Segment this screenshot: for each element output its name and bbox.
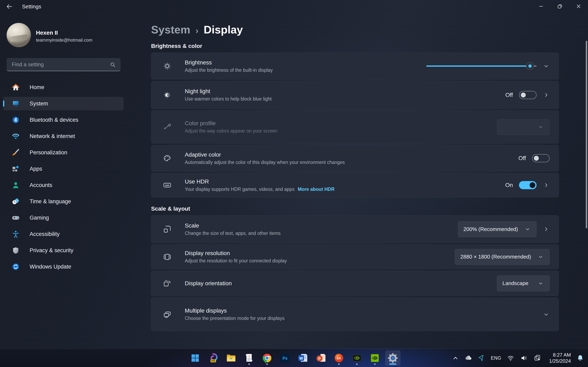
sidebar-item-system[interactable]: System — [3, 97, 123, 110]
hdr-icon: HDR — [162, 180, 172, 190]
time-language-icon — [11, 197, 20, 206]
adaptive-color-state: Off — [518, 155, 526, 161]
row-title: Color profile — [185, 120, 497, 127]
location-arrow-icon[interactable] — [478, 354, 485, 362]
close-icon — [576, 3, 581, 9]
gaming-icon — [11, 213, 20, 222]
color-profile-dropdown[interactable] — [497, 119, 550, 135]
svg-text:P: P — [318, 357, 320, 361]
accessibility-icon — [11, 230, 20, 239]
chevron-down-icon[interactable] — [543, 63, 550, 69]
night-light-row[interactable]: Night light Use warmer colors to help bl… — [151, 81, 559, 109]
breadcrumb-parent[interactable]: System — [151, 23, 190, 36]
system-icon — [11, 99, 20, 108]
sidebar-item-windows-update[interactable]: Windows Update — [3, 260, 123, 273]
multiple-displays-icon — [162, 309, 172, 319]
back-button[interactable] — [5, 2, 14, 11]
svg-text:A: A — [248, 355, 250, 358]
sidebar-item-label: Apps — [30, 166, 42, 172]
dropdown-value: 200% (Recommended) — [463, 226, 518, 233]
sidebar-item-apps[interactable]: Apps — [3, 162, 123, 175]
hdr-toggle[interactable] — [519, 181, 536, 189]
windows-start-icon — [190, 353, 200, 363]
sidebar-item-accounts[interactable]: Accounts — [3, 178, 123, 192]
sidebar-item-home[interactable]: Home — [3, 81, 123, 94]
search-input[interactable]: Find a setting — [7, 58, 121, 71]
apps-icon — [11, 164, 20, 173]
avatar[interactable] — [7, 23, 31, 47]
night-light-toggle[interactable] — [519, 91, 536, 99]
wifi-icon[interactable] — [507, 354, 515, 362]
row-title: Display orientation — [185, 280, 497, 287]
taskbar-file-explorer[interactable] — [224, 350, 239, 366]
chevron-down-icon[interactable] — [543, 311, 550, 318]
taskbar-ea-app[interactable]: EA — [331, 350, 346, 366]
premiere-elements-icon: PRE — [208, 353, 218, 363]
search-placeholder: Find a setting — [12, 61, 109, 68]
tray-chevron-up-icon[interactable] — [452, 355, 459, 361]
start-button[interactable] — [188, 350, 203, 366]
onedrive-icon[interactable] — [464, 354, 472, 362]
minimize-button[interactable] — [532, 0, 550, 13]
taskbar-photoshop[interactable]: Ps — [277, 350, 293, 366]
dropdown-value: Landscape — [502, 280, 528, 286]
taskbar-chrome[interactable] — [259, 350, 275, 366]
row-subtitle: Use warmer colors to help block blue lig… — [185, 96, 272, 102]
taskbar: PRE A Ps W P EA — [0, 349, 588, 367]
brightness-slider[interactable] — [426, 62, 536, 70]
svg-text:PRE: PRE — [211, 360, 216, 362]
hdr-state: On — [505, 182, 513, 188]
adaptive-color-toggle[interactable] — [532, 154, 550, 162]
more-about-hdr-link[interactable]: More about HDR — [298, 187, 334, 192]
sidebar-item-accessibility[interactable]: Accessibility — [3, 227, 123, 241]
chevron-down-icon — [537, 253, 544, 260]
sidebar-item-gaming[interactable]: Gaming — [3, 211, 123, 225]
word-icon: W — [298, 353, 308, 363]
dropdown-value: 2880 × 1800 (Recommended) — [460, 254, 531, 260]
taskbar-powerpoint[interactable]: P — [313, 350, 329, 366]
row-subtitle: Automatically adjust the color of this d… — [185, 160, 345, 165]
display-orientation-icon — [162, 278, 172, 288]
row-subtitle: Your display supports HDR games, videos,… — [185, 187, 294, 192]
sidebar-nav: Home System Bluetooth & devices Network … — [3, 81, 123, 273]
file-explorer-icon — [226, 353, 236, 363]
snip-overlay-icon[interactable] — [534, 354, 542, 362]
notification-bell-icon[interactable] — [576, 354, 584, 362]
sidebar-item-bluetooth[interactable]: Bluetooth & devices — [3, 113, 123, 127]
display-resolution-dropdown[interactable]: 2880 × 1800 (Recommended) — [455, 249, 550, 265]
titlebar: Settings — [0, 0, 588, 13]
sidebar-item-privacy[interactable]: Privacy & security — [3, 244, 123, 257]
tray-language[interactable]: ENG — [491, 355, 501, 361]
display-orientation-dropdown[interactable]: Landscape — [497, 275, 550, 291]
taskbar-nvidia[interactable] — [367, 350, 382, 366]
sidebar-item-time-language[interactable]: Time & language — [3, 195, 123, 208]
chevron-right-icon — [543, 226, 550, 233]
taskbar-premiere-elements[interactable]: PRE — [206, 350, 221, 366]
scale-dropdown[interactable]: 200% (Recommended) — [458, 221, 536, 237]
brightness-icon — [162, 61, 172, 71]
close-button[interactable] — [569, 0, 588, 13]
vertical-scrollbar[interactable] — [586, 41, 587, 228]
photoshop-icon: Ps — [280, 353, 290, 363]
color-profile-row: Color profile Adjust the way colors appe… — [151, 110, 559, 143]
restore-button[interactable] — [550, 0, 569, 13]
scale-row[interactable]: Scale Change the size of text, apps, and… — [151, 215, 559, 243]
slider-thumb[interactable] — [526, 62, 534, 70]
home-icon — [11, 83, 20, 92]
volume-icon[interactable] — [520, 354, 528, 362]
taskbar-word[interactable]: W — [295, 350, 311, 366]
taskbar-document-app[interactable]: A — [242, 350, 257, 366]
sidebar-item-personalization[interactable]: Personalization — [3, 146, 123, 159]
taskbar-nvidia-geforce[interactable] — [349, 350, 364, 366]
windows-update-icon — [11, 262, 20, 271]
sidebar-item-label: Gaming — [30, 215, 49, 221]
multiple-displays-row[interactable]: Multiple displays Choose the presentatio… — [151, 298, 559, 331]
row-title: Adaptive color — [185, 151, 518, 158]
use-hdr-row[interactable]: HDR Use HDR Your display supports HDR ga… — [151, 173, 559, 197]
taskbar-settings[interactable] — [385, 350, 400, 366]
sidebar-item-network[interactable]: Network & internet — [3, 129, 123, 143]
nvidia-geforce-icon — [352, 353, 362, 363]
display-resolution-icon — [162, 252, 172, 262]
tray-date: 1/25/2024 — [549, 358, 571, 364]
tray-clock[interactable]: 8:27 AM 1/25/2024 — [549, 352, 571, 364]
